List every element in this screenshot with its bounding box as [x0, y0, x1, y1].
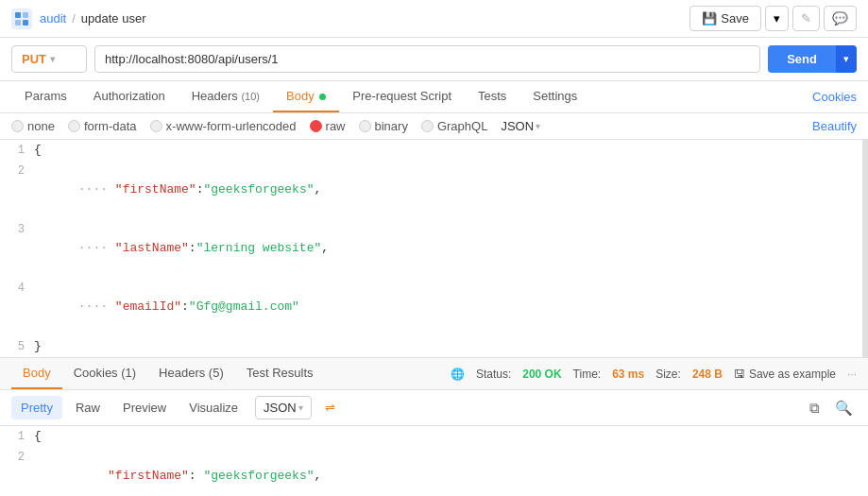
top-bar-actions: 💾 Save ▾ ✎ 💬	[689, 6, 857, 31]
response-right-icons: ⧉ 🔍	[806, 398, 857, 419]
code-line-1: 1 {	[0, 140, 868, 161]
fmt-tab-visualize[interactable]: Visualize	[179, 396, 247, 419]
radio-none	[11, 120, 24, 132]
send-dropdown-button[interactable]: ▾	[836, 45, 857, 73]
body-option-urlencoded[interactable]: x-www-form-urlencoded	[150, 119, 297, 133]
json-format-select[interactable]: JSON ▾	[501, 119, 540, 133]
chevron-down-icon: ▾	[774, 11, 780, 26]
save-button[interactable]: 💾 Save	[689, 6, 761, 31]
fmt-tab-pretty[interactable]: Pretty	[11, 396, 62, 419]
radio-urlencoded	[150, 120, 162, 132]
svg-rect-1	[23, 12, 28, 18]
send-button[interactable]: Send	[768, 45, 836, 73]
request-code-editor: 1 { 2 ···· "firstName":"geeksforgeeks", …	[0, 140, 868, 358]
beautify-link[interactable]: Beautify	[812, 119, 857, 133]
url-bar: PUT ▾ Send ▾	[0, 38, 868, 81]
chevron-down-icon: ▾	[50, 54, 55, 64]
response-tabs-bar: Body Cookies (1) Headers (5) Test Result…	[0, 358, 868, 390]
save-example-label: Save as example	[749, 368, 836, 381]
app-logo	[11, 9, 32, 29]
save-icon: 💾	[702, 11, 717, 26]
cookies-link[interactable]: Cookies	[812, 82, 857, 111]
response-meta: 🌐 Status: 200 OK Time: 63 ms Size: 248 B…	[451, 368, 857, 381]
time-value: 63 ms	[612, 368, 644, 381]
breadcrumb-current: update user	[81, 11, 146, 26]
radio-graphql	[421, 120, 434, 132]
wrap-button[interactable]: ⇌	[315, 396, 345, 419]
save-dropdown-button[interactable]: ▾	[765, 6, 789, 31]
resp-code-line-2: 2 "firstName": "geeksforgeeks",	[0, 447, 868, 496]
resp-code-line-1: 1 {	[0, 426, 868, 447]
tab-pre-request[interactable]: Pre-request Script	[339, 81, 465, 112]
chevron-down-icon: ▾	[536, 121, 540, 131]
method-label: PUT	[22, 52, 46, 66]
pencil-icon: ✎	[801, 11, 811, 26]
code-line-5: 5 }	[0, 336, 868, 357]
response-json-select[interactable]: JSON ▾	[255, 396, 312, 419]
svg-rect-2	[15, 20, 21, 26]
chevron-down-icon: ▾	[843, 53, 849, 64]
response-format-bar: Pretty Raw Preview Visualize JSON ▾ ⇌ ⧉ …	[0, 390, 868, 426]
method-select[interactable]: PUT ▾	[11, 45, 87, 73]
copy-button[interactable]: ⧉	[806, 398, 824, 419]
body-option-raw[interactable]: raw	[310, 119, 346, 133]
body-option-none[interactable]: none	[11, 119, 55, 133]
request-tabs: Params Authorization Headers (10) Body P…	[0, 81, 868, 113]
resp-tab-body[interactable]: Body	[11, 358, 62, 389]
tab-params[interactable]: Params	[11, 81, 80, 112]
edit-icon-button[interactable]: ✎	[792, 6, 820, 31]
tab-tests[interactable]: Tests	[465, 81, 519, 112]
resp-tab-headers[interactable]: Headers (5)	[147, 358, 235, 389]
comment-icon-button[interactable]: 💬	[824, 6, 857, 31]
url-input[interactable]	[94, 45, 760, 73]
resp-tab-cookies[interactable]: Cookies (1)	[62, 358, 147, 389]
body-option-graphql[interactable]: GraphQL	[421, 119, 487, 133]
fmt-tab-preview[interactable]: Preview	[113, 396, 176, 419]
send-group: Send ▾	[768, 45, 857, 73]
tab-body[interactable]: Body	[273, 81, 339, 112]
fmt-tab-raw[interactable]: Raw	[66, 396, 110, 419]
breadcrumb-separator: /	[72, 11, 76, 26]
tab-authorization[interactable]: Authorization	[80, 81, 179, 112]
wrap-icon: ⇌	[325, 401, 335, 415]
svg-rect-0	[15, 12, 21, 18]
copy-icon: ⧉	[809, 400, 820, 416]
resp-tab-test-results[interactable]: Test Results	[235, 358, 325, 389]
chevron-down-icon: ▾	[298, 402, 303, 413]
radio-binary	[359, 120, 371, 132]
code-line-2: 2 ···· "firstName":"geeksforgeeks",	[0, 161, 868, 219]
search-icon: 🔍	[835, 400, 853, 416]
body-option-form-data[interactable]: form-data	[68, 119, 137, 133]
search-button[interactable]: 🔍	[831, 398, 857, 419]
response-json-label: JSON	[264, 401, 297, 415]
radio-raw	[310, 120, 322, 132]
breadcrumb: audit / update user	[40, 11, 146, 26]
tab-settings[interactable]: Settings	[519, 81, 590, 112]
save-icon: 🖫	[734, 368, 745, 381]
status-value: 200 OK	[522, 368, 561, 381]
top-bar: audit / update user 💾 Save ▾ ✎ 💬	[0, 0, 868, 38]
comment-icon: 💬	[832, 11, 848, 26]
breadcrumb-link[interactable]: audit	[40, 11, 66, 26]
tab-headers[interactable]: Headers (10)	[179, 81, 273, 112]
more-icon[interactable]: ···	[847, 368, 857, 381]
scroll-bar[interactable]	[862, 140, 868, 357]
globe-icon: 🌐	[451, 368, 465, 381]
save-example-button[interactable]: 🖫 Save as example	[734, 368, 836, 381]
code-line-4: 4 ···· "emailId":"Gfg@gmail.com"	[0, 278, 868, 336]
json-format-label: JSON	[501, 119, 534, 133]
response-code: 1 { 2 "firstName": "geeksforgeeks", 3 "l…	[0, 426, 868, 496]
save-label: Save	[721, 11, 749, 26]
body-options: none form-data x-www-form-urlencoded raw…	[0, 113, 868, 140]
code-line-3: 3 ···· "lastName":"lerning website",	[0, 219, 868, 278]
size-value: 248 B	[692, 368, 723, 381]
radio-form-data	[68, 120, 80, 132]
body-option-binary[interactable]: binary	[359, 119, 408, 133]
svg-rect-3	[23, 20, 28, 26]
